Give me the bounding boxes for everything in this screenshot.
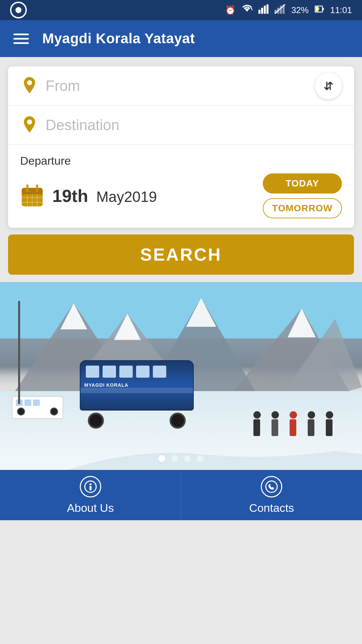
wifi-icon — [242, 4, 252, 16]
svg-point-41 — [266, 481, 277, 492]
date-buttons: TODAY TOMORROW — [263, 173, 342, 218]
svg-line-1 — [250, 6, 252, 10]
from-input[interactable] — [39, 77, 342, 94]
dot-4[interactable] — [197, 455, 203, 462]
about-us-icon-circle — [80, 476, 101, 497]
svg-rect-5 — [266, 4, 268, 14]
destination-location-icon — [20, 116, 39, 135]
dot-3[interactable] — [184, 455, 191, 462]
svg-marker-0 — [244, 8, 250, 12]
battery-icon — [315, 4, 324, 16]
alarm-icon: ⏰ — [225, 5, 236, 15]
about-us-button[interactable]: About Us — [0, 470, 181, 520]
info-icon — [84, 480, 97, 493]
main-bus: MYAGDI KORALA — [80, 360, 194, 429]
date-text: 19th May2019 — [52, 186, 157, 206]
contacts-icon-circle — [261, 476, 282, 497]
departure-label: Departure — [20, 154, 342, 167]
svg-rect-4 — [264, 6, 266, 14]
status-right: ⏰ — [225, 4, 352, 16]
person-1 — [253, 411, 261, 436]
svg-rect-12 — [322, 8, 324, 10]
person-2 — [272, 411, 279, 436]
destination-input[interactable] — [39, 117, 342, 133]
svg-rect-3 — [261, 8, 263, 14]
no-signal-icon — [275, 4, 285, 16]
pole-left — [18, 301, 20, 404]
person-5 — [326, 411, 333, 436]
phone-icon — [265, 480, 278, 493]
app-title: Myagdi Korala Yatayat — [42, 31, 195, 47]
top-bar: Myagdi Korala Yatayat — [0, 20, 362, 57]
svg-rect-13 — [316, 7, 318, 11]
svg-rect-21 — [22, 191, 43, 195]
banner-image: MYAGDI KORALA — [0, 282, 362, 470]
svg-point-17 — [27, 80, 32, 85]
status-bar: ⏰ — [0, 0, 362, 20]
svg-rect-40 — [89, 486, 92, 490]
time-display: 11:01 — [330, 5, 352, 15]
banner-bg: MYAGDI KORALA — [0, 282, 362, 470]
search-button[interactable]: SEARCH — [8, 234, 354, 275]
bus-label: MYAGDI KORALA — [84, 382, 129, 388]
status-indicator — [10, 2, 27, 18]
calendar-icon — [20, 184, 44, 208]
signal-icon — [258, 4, 268, 16]
svg-point-39 — [89, 483, 92, 485]
person-3-red — [290, 411, 297, 436]
person-4 — [308, 411, 315, 436]
svg-marker-34 — [60, 303, 87, 329]
hamburger-menu[interactable] — [13, 34, 29, 44]
contacts-button[interactable]: Contacts — [181, 470, 362, 520]
search-card: Departure — [8, 66, 354, 228]
svg-rect-2 — [258, 10, 260, 14]
bottom-navigation: About Us Contacts — [0, 470, 362, 520]
contacts-label: Contacts — [249, 501, 294, 515]
departure-row: 19th May2019 TODAY TOMORROW — [20, 173, 342, 218]
battery-percent: 32% — [291, 5, 309, 15]
svg-point-18 — [27, 119, 32, 124]
carousel-dots — [159, 455, 203, 462]
dot-1[interactable] — [159, 455, 165, 462]
destination-field-row — [8, 106, 354, 145]
departure-section: Departure — [8, 145, 354, 228]
swap-button[interactable] — [315, 72, 342, 99]
svg-marker-36 — [186, 298, 216, 327]
from-field-row — [8, 66, 354, 106]
about-us-label: About Us — [67, 501, 114, 515]
today-button[interactable]: TODAY — [263, 173, 342, 194]
dot-2[interactable] — [171, 455, 178, 462]
tomorrow-button[interactable]: TOMORROW — [263, 198, 342, 218]
date-display[interactable]: 19th May2019 — [20, 184, 157, 208]
from-location-icon — [20, 76, 39, 95]
